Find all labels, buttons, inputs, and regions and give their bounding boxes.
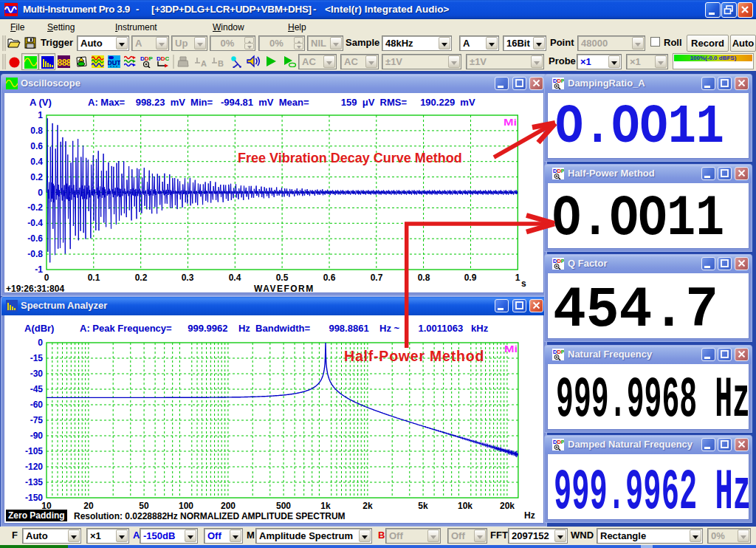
svg-text:DDP: DDP — [140, 55, 153, 62]
svg-text:DDP: DDP — [553, 258, 564, 264]
svg-text:DDP: DDP — [553, 439, 564, 445]
svg-text:B: B — [218, 59, 224, 68]
svg-text:DDP: DDP — [553, 78, 564, 84]
svg-text:999.9968 Hz: 999.9968 Hz — [556, 368, 750, 430]
svg-text:DDP: DDP — [553, 349, 564, 355]
svg-text:O.OO11: O.OO11 — [555, 96, 724, 158]
svg-text:O.OO11: O.OO11 — [552, 186, 724, 249]
svg-text:454.7: 454.7 — [553, 278, 718, 339]
svg-text:DDC: DDC — [157, 55, 169, 62]
svg-text:888: 888 — [58, 58, 70, 69]
svg-text:DUT: DUT — [108, 59, 120, 66]
svg-text:DDP: DDP — [553, 168, 564, 174]
svg-text:A: A — [201, 59, 207, 68]
svg-text:999.9962 Hz: 999.9962 Hz — [554, 460, 751, 520]
